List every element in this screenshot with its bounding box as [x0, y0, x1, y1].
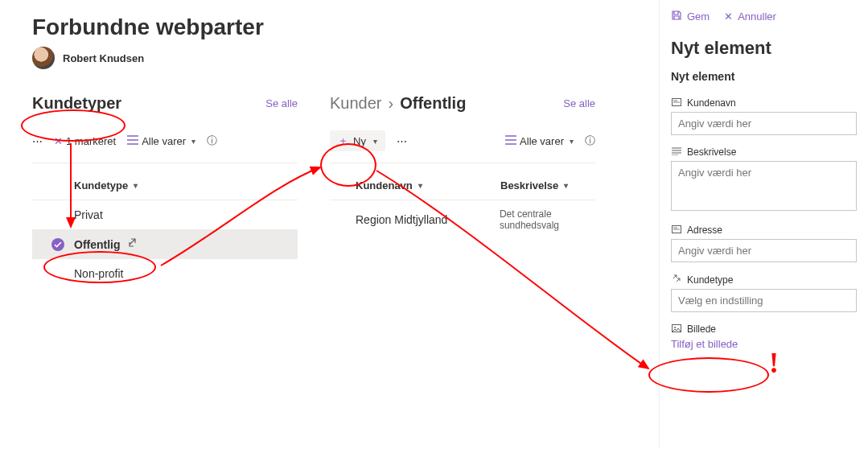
- share-icon[interactable]: [127, 237, 138, 251]
- cell-kundenavn: Region Midtjylland: [356, 213, 467, 226]
- view-switcher[interactable]: Alle varer ▾: [127, 135, 195, 147]
- column-label: Kundenavn: [356, 179, 413, 192]
- kunder-webpart: Kunder › Offentlig Se alle ＋ Ny ▾ ⋯ Alle…: [330, 92, 595, 288]
- avatar: [32, 47, 55, 69]
- field-kundetype: Kundetype: [671, 274, 857, 312]
- divider: [330, 163, 595, 163]
- lookup-icon: [671, 274, 682, 286]
- checkmark-icon: [51, 238, 64, 251]
- new-item-panel: Gem ✕ Annuller Nyt element Nyt element K…: [659, 0, 868, 449]
- field-billede: Billede Tilføj et billede: [671, 323, 857, 350]
- text-field-icon: [671, 224, 682, 236]
- kundetyper-header: Kundetype ▾: [32, 171, 298, 200]
- save-icon: [671, 10, 682, 23]
- table-row[interactable]: Privat: [32, 200, 298, 229]
- kundetyper-toolbar: ⋯ ✕ 1 markeret Alle varer ▾ ⓘ: [32, 129, 298, 153]
- chevron-down-icon: ▾: [134, 181, 138, 190]
- kundetype-select[interactable]: [671, 289, 857, 312]
- chevron-down-icon: ▾: [373, 137, 377, 146]
- svg-point-3: [674, 327, 676, 328]
- divider: [32, 163, 298, 163]
- column-kundetype-label: Kundetype: [74, 179, 128, 192]
- cancel-label: Annuller: [738, 10, 776, 23]
- chevron-down-icon: ▾: [191, 137, 195, 146]
- column-beskrivelse[interactable]: Beskrivelse ▾: [500, 179, 568, 192]
- field-label-text: Adresse: [687, 224, 722, 236]
- view-switcher[interactable]: Alle varer ▾: [505, 135, 574, 147]
- chevron-down-icon: ▾: [418, 181, 422, 190]
- close-icon: ✕: [724, 10, 733, 23]
- list-icon: [505, 135, 516, 147]
- view-label: Alle varer: [520, 135, 564, 147]
- breadcrumb: Kunder › Offentlig: [330, 94, 466, 113]
- breadcrumb-separator: ›: [389, 94, 394, 113]
- image-icon: [671, 323, 682, 335]
- add-image-link[interactable]: Tilføj et billede: [671, 338, 857, 350]
- chevron-down-icon: ▾: [570, 137, 574, 146]
- plus-icon: ＋: [338, 134, 348, 148]
- list-icon: [127, 135, 138, 147]
- column-label: Beskrivelse: [500, 179, 558, 192]
- table-row[interactable]: Non-profit: [32, 259, 298, 288]
- field-kundenavn: Kundenavn: [671, 97, 857, 135]
- breadcrumb-root[interactable]: Kunder: [330, 94, 382, 113]
- save-label: Gem: [687, 10, 710, 23]
- more-button[interactable]: ⋯: [397, 135, 407, 147]
- cell-kundetype: Privat: [74, 208, 187, 221]
- cell-beskrivelse: Det centrale sundhedsvalg: [500, 208, 595, 231]
- adresse-input[interactable]: [671, 239, 857, 262]
- table-row[interactable]: Region Midtjylland Det centrale sundheds…: [330, 200, 595, 239]
- author-name: Robert Knudsen: [63, 52, 144, 64]
- column-kundenavn[interactable]: Kundenavn ▾: [356, 179, 468, 192]
- field-label-text: Kundenavn: [687, 97, 736, 109]
- cell-text: Offentlig: [74, 238, 121, 251]
- cancel-button[interactable]: ✕ Annuller: [724, 10, 776, 23]
- field-label-text: Beskrivelse: [687, 146, 736, 158]
- text-field-icon: [671, 97, 682, 109]
- chevron-down-icon: ▾: [564, 181, 568, 190]
- info-button[interactable]: ⓘ: [585, 134, 595, 148]
- cell-kundetype: Offentlig: [74, 237, 187, 251]
- new-button[interactable]: ＋ Ny ▾: [330, 130, 385, 151]
- panel-title: Nyt element: [671, 38, 857, 59]
- field-beskrivelse: Beskrivelse: [671, 146, 857, 213]
- see-all-link[interactable]: Se alle: [563, 97, 595, 109]
- field-label-text: Billede: [687, 323, 716, 335]
- clear-selection-button[interactable]: ✕ 1 markeret: [54, 135, 116, 147]
- selected-count: 1 markeret: [66, 135, 116, 147]
- more-button[interactable]: ⋯: [32, 135, 43, 147]
- view-label: Alle varer: [142, 135, 186, 147]
- new-label: Ny: [353, 135, 366, 147]
- field-adresse: Adresse: [671, 224, 857, 262]
- save-button[interactable]: Gem: [671, 10, 710, 23]
- kundetyper-title: Kundetyper: [32, 94, 121, 113]
- table-row[interactable]: Offentlig: [32, 229, 298, 259]
- kundenavn-input[interactable]: [671, 112, 857, 135]
- beskrivelse-input[interactable]: [671, 161, 857, 211]
- kunder-header: Kundenavn ▾ Beskrivelse ▾: [330, 171, 595, 200]
- field-label-text: Kundetype: [687, 274, 733, 286]
- panel-subtitle: Nyt element: [671, 70, 857, 83]
- kundetyper-webpart: Kundetyper Se alle ⋯ ✕ 1 markeret Alle v…: [32, 92, 298, 288]
- panel-actions: Gem ✕ Annuller: [671, 10, 857, 23]
- breadcrumb-current: Offentlig: [400, 94, 466, 113]
- info-button[interactable]: ⓘ: [207, 134, 217, 148]
- kunder-toolbar: ＋ Ny ▾ ⋯ Alle varer ▾ ⓘ: [330, 129, 595, 153]
- column-kundetype[interactable]: Kundetype ▾: [74, 179, 138, 192]
- see-all-link[interactable]: Se alle: [265, 97, 298, 109]
- close-icon: ✕: [54, 135, 63, 147]
- cell-kundetype: Non-profit: [74, 267, 187, 280]
- multiline-icon: [671, 146, 682, 158]
